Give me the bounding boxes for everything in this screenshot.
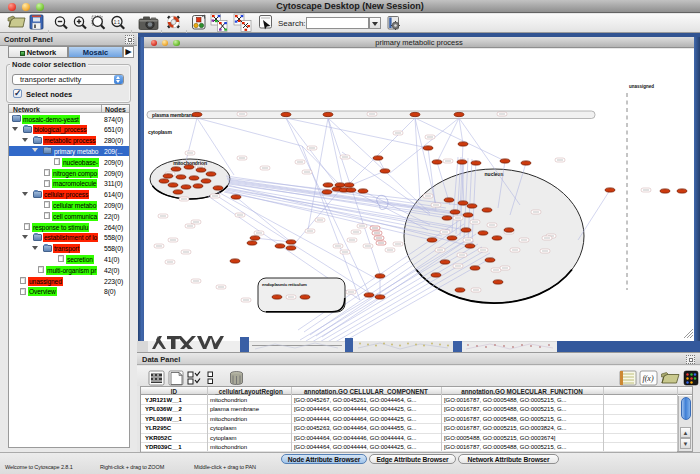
svg-text:unassigned: unassigned [629, 84, 654, 89]
svg-text:1:1: 1:1 [114, 20, 121, 25]
svg-text:f(x): f(x) [642, 374, 653, 383]
svg-text:endoplasmic reticulum: endoplasmic reticulum [262, 282, 307, 287]
svg-text:cytoplasm: cytoplasm [148, 129, 172, 135]
svg-text:nucleus: nucleus [485, 171, 504, 177]
svg-text:plasma membrane: plasma membrane [152, 112, 195, 118]
